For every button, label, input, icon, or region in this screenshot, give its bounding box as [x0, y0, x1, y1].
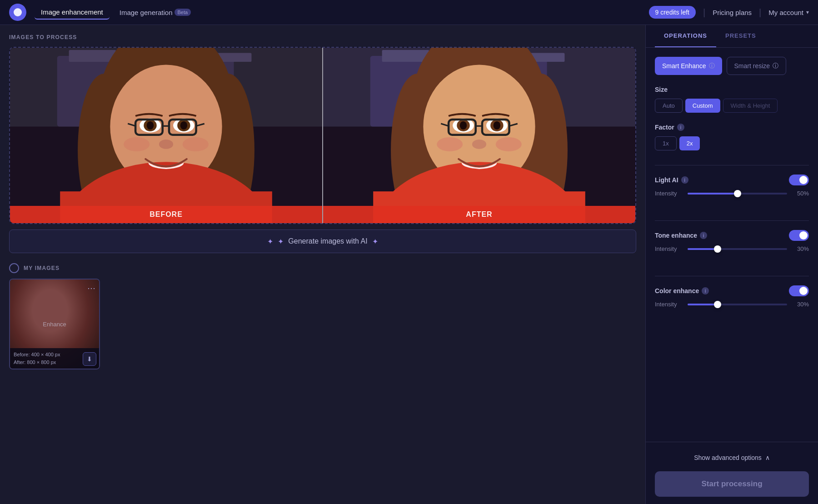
size-setting: Size Auto Custom Width & Height — [655, 86, 809, 113]
light-ai-toggle-row: Light AI i — [655, 175, 809, 185]
nav-image-generation[interactable]: Image generation Beta — [113, 6, 197, 19]
generate-bar-label: Generate images with AI — [288, 237, 367, 245]
color-enhance-slider-row: Intensity 30% — [655, 301, 809, 308]
download-button[interactable]: ⬇ — [83, 352, 96, 366]
image-preview-container[interactable]: Let's Enhance.io BEFORE — [9, 47, 636, 224]
app-header: Image enhancement Image generation Beta … — [0, 0, 818, 25]
operation-buttons: Smart Enhance ⓘ Smart resize ⓘ — [655, 57, 809, 75]
smart-resize-info-icon[interactable]: ⓘ — [773, 62, 778, 70]
tone-enhance-slider-thumb[interactable] — [714, 245, 721, 253]
chevron-up-icon: ∧ — [765, 454, 770, 461]
smart-enhance-button[interactable]: Smart Enhance ⓘ — [655, 57, 722, 75]
header-divider2: | — [759, 7, 761, 18]
size-label: Size — [655, 86, 809, 93]
light-ai-slider-track[interactable] — [688, 193, 787, 195]
my-images-section: MY IMAGES Enhance ⋯ Before: 400 × 400 px… — [9, 263, 636, 369]
sparkle-icon-left: ✦ — [267, 237, 273, 246]
factor-setting: Factor i 1x 2x — [655, 124, 809, 150]
start-processing-button[interactable]: Start processing — [655, 471, 809, 497]
sparkle-icon-main: ✦ — [278, 237, 284, 246]
svg-point-24 — [124, 137, 150, 151]
my-images-title: MY IMAGES — [24, 265, 60, 271]
tone-enhance-setting: Tone enhance i Intensity 30% — [655, 230, 809, 261]
main-content: IMAGES TO PROCESS — [0, 25, 818, 504]
tone-enhance-slider-track[interactable] — [688, 248, 787, 250]
chevron-down-icon: ▾ — [806, 9, 809, 15]
svg-point-14 — [147, 121, 154, 130]
thumbnail-card[interactable]: Enhance ⋯ Before: 400 × 400 px After: 80… — [9, 279, 100, 369]
main-nav: Image enhancement Image generation Beta — [35, 5, 649, 20]
right-panel: OPERATIONS PRESETS Smart Enhance ⓘ Smart… — [645, 25, 818, 504]
svg-point-44 — [494, 121, 501, 130]
after-image-svg: Let's Enhance.io — [323, 48, 635, 223]
show-advanced-button[interactable]: Show advanced options ∧ — [655, 449, 809, 466]
smart-enhance-info-icon[interactable]: ⓘ — [709, 62, 715, 70]
tab-presets[interactable]: PRESETS — [716, 25, 765, 47]
divider-2 — [655, 220, 809, 221]
svg-point-25 — [183, 137, 209, 151]
tab-operations[interactable]: OPERATIONS — [655, 25, 716, 47]
before-after-divider — [322, 48, 323, 223]
header-right: 9 credits left | Pricing plans | My acco… — [649, 6, 809, 19]
tone-enhance-slider-row: Intensity 30% — [655, 245, 809, 252]
account-button[interactable]: My account ▾ — [768, 9, 809, 16]
light-ai-slider-row: Intensity 50% — [655, 190, 809, 197]
generate-ai-bar[interactable]: ✦ ✦ Generate images with AI ✦ — [9, 230, 636, 253]
image-after: Let's Enhance.io AFTER — [323, 48, 635, 223]
smart-resize-button[interactable]: Smart resize ⓘ — [727, 57, 787, 75]
color-enhance-slider-fill — [688, 304, 718, 305]
right-panel-content: Smart Enhance ⓘ Smart resize ⓘ Size Auto… — [646, 48, 818, 442]
thumbnail-row: Enhance ⋯ Before: 400 × 400 px After: 80… — [9, 279, 636, 369]
svg-point-23 — [159, 140, 173, 149]
factor-2x-button[interactable]: 2x — [679, 136, 700, 150]
section-title: IMAGES TO PROCESS — [9, 34, 636, 40]
color-enhance-value: 30% — [793, 301, 809, 308]
svg-point-51 — [437, 137, 463, 151]
credits-badge[interactable]: 9 credits left — [649, 6, 696, 19]
light-ai-info-icon[interactable]: i — [681, 176, 688, 184]
color-enhance-info-icon[interactable]: i — [702, 287, 709, 294]
nav-image-enhancement[interactable]: Image enhancement — [35, 5, 110, 20]
color-enhance-slider-track[interactable] — [688, 304, 787, 305]
factor-options: 1x 2x — [655, 136, 809, 150]
beta-badge: Beta — [175, 9, 191, 16]
factor-label: Factor i — [655, 124, 809, 131]
tone-enhance-intensity-label: Intensity — [655, 245, 682, 252]
tone-enhance-toggle[interactable] — [789, 230, 809, 241]
svg-rect-30 — [382, 50, 429, 62]
color-enhance-slider-thumb[interactable] — [714, 301, 721, 308]
factor-1x-button[interactable]: 1x — [655, 136, 677, 150]
tone-enhance-info-icon[interactable]: i — [700, 232, 707, 239]
svg-point-50 — [472, 140, 486, 149]
light-ai-value: 50% — [793, 190, 809, 197]
download-icon: ⬇ — [87, 355, 92, 363]
color-enhance-toggle-row: Color enhance i — [655, 285, 809, 296]
right-panel-tabs: OPERATIONS PRESETS — [646, 25, 818, 48]
size-auto-button[interactable]: Auto — [655, 99, 683, 113]
my-images-icon — [9, 263, 19, 273]
after-label: AFTER — [323, 206, 635, 223]
svg-rect-3 — [69, 50, 116, 62]
tone-enhance-toggle-row: Tone enhance i — [655, 230, 809, 241]
color-enhance-intensity-label: Intensity — [655, 301, 682, 308]
three-dots-menu[interactable]: ⋯ — [87, 283, 95, 293]
tone-enhance-slider-fill — [688, 248, 718, 250]
sparkle-icon-right: ✦ — [372, 237, 378, 246]
svg-point-41 — [460, 121, 467, 130]
light-ai-intensity-label: Intensity — [655, 190, 682, 197]
tone-enhance-label: Tone enhance i — [655, 232, 707, 239]
pricing-plans-link[interactable]: Pricing plans — [713, 9, 752, 16]
color-enhance-label: Color enhance i — [655, 287, 709, 294]
enhance-label: Enhance — [43, 321, 66, 328]
light-ai-slider-thumb[interactable] — [734, 190, 741, 197]
my-images-header: MY IMAGES — [9, 263, 636, 273]
light-ai-toggle[interactable] — [789, 175, 809, 185]
divider-3 — [655, 276, 809, 276]
size-custom-button[interactable]: Custom — [685, 99, 720, 113]
color-enhance-toggle[interactable] — [789, 285, 809, 296]
factor-info-icon[interactable]: i — [677, 124, 684, 131]
before-image-svg: Let's Enhance.io — [10, 48, 322, 223]
size-width-height-button[interactable]: Width & Height — [723, 99, 778, 113]
light-ai-slider-fill — [688, 193, 738, 195]
light-ai-label: Light AI i — [655, 176, 688, 184]
